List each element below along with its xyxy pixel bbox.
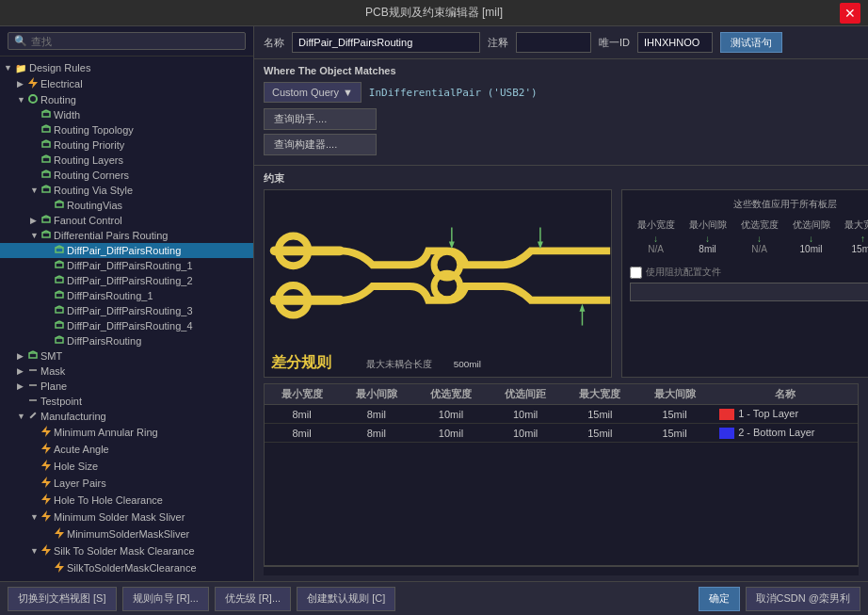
tree-item-acute-angle[interactable]: Acute Angle	[0, 441, 253, 458]
tree-item-min-annular[interactable]: Minimum Annular Ring	[0, 424, 253, 441]
param-columns: 最小宽度↓N/A最小间隙↓8mil优选宽度↓N/A优选间隙↓10mil最大宽度↑…	[630, 218, 868, 254]
cancel-button[interactable]: 取消CSDN @栾男利	[746, 587, 860, 611]
tree-item-routing-topology[interactable]: Routing Topology	[0, 122, 253, 138]
svg-rect-26	[42, 233, 50, 237]
search-input[interactable]	[31, 36, 239, 47]
tree-item-electrical[interactable]: ▶Electrical	[0, 75, 253, 92]
tree-node-icon	[28, 350, 38, 362]
tree-node-icon	[41, 426, 51, 439]
tree-item-routing-layers[interactable]: Routing Layers	[0, 153, 253, 168]
tree-item-diffpair-selected[interactable]: DiffPair_DiffPairsRouting	[0, 243, 253, 258]
layer-color-swatch	[719, 409, 734, 420]
right-panel: 名称 注释 唯一ID 测试语句 Where The Object Matches…	[254, 26, 868, 581]
svg-rect-41	[56, 308, 63, 313]
query-type-dropdown[interactable]: Custom Query ▼	[264, 82, 362, 103]
tree-arrow-icon: ▼	[30, 546, 40, 556]
tree-item-routing[interactable]: ▼Routing	[0, 92, 253, 107]
search-bar: 🔍	[0, 26, 253, 57]
impedance-dropdown[interactable]	[630, 283, 868, 301]
tree-item-label: DiffPair_DiffPairsRouting_3	[67, 305, 193, 316]
tree-item-diffpair4[interactable]: DiffPair_DiffPairsRouting_4	[0, 318, 253, 333]
table-row[interactable]: 8mil8mil10mil10mil15mil15mil2 - Bottom L…	[265, 424, 858, 443]
tree-item-min-solder-mask[interactable]: ▼Minimum Solder Mask Sliver	[0, 509, 253, 526]
param-value: 15mil	[837, 244, 868, 254]
tree-item-routing-priority[interactable]: Routing Priority	[0, 138, 253, 153]
impedance-label: 使用阻抗配置文件	[646, 266, 721, 279]
dropdown-arrow-icon: ▼	[343, 87, 353, 98]
test-button[interactable]: 测试语句	[720, 32, 782, 53]
tree-item-smt[interactable]: ▶SMT	[0, 348, 253, 364]
create-default-rules-button[interactable]: 创建默认规则 [C]	[297, 587, 395, 611]
tree-node-icon	[28, 396, 38, 407]
table-cell: 8mil	[339, 424, 413, 443]
horizontal-scrollbar[interactable]	[264, 566, 859, 575]
query-builder-button[interactable]: 查询构建器....	[264, 134, 377, 155]
svg-rect-20	[56, 202, 63, 207]
tree-item-label: Plane	[40, 380, 67, 392]
tree-node-icon	[28, 411, 38, 422]
tree-item-min-solder-mask-sub[interactable]: MinimumSolderMaskSliver	[0, 526, 253, 542]
layer-color-swatch	[719, 428, 734, 439]
svg-rect-47	[56, 338, 63, 343]
tree-node-icon	[28, 94, 38, 105]
comment-input[interactable]	[516, 32, 591, 53]
tree-item-layer-pairs[interactable]: Layer Pairs	[0, 475, 253, 492]
left-panel: 🔍 ▼📁Design Rules▶Electrical▼RoutingWidth…	[0, 26, 254, 581]
tree-arrow-icon: ▶	[17, 79, 26, 89]
tree-item-routing-vias[interactable]: RoutingVias	[0, 198, 253, 213]
param-col-title: 最大宽度	[837, 218, 868, 232]
name-input[interactable]	[292, 32, 480, 53]
tree-item-testpoint[interactable]: Testpoint	[0, 394, 253, 409]
tree-item-plane[interactable]: ▶Plane	[0, 379, 253, 394]
confirm-button[interactable]: 确定	[699, 587, 740, 611]
tree-item-diffpair3[interactable]: DiffPair_DiffPairsRouting_3	[0, 303, 253, 318]
tree-node-icon	[41, 185, 51, 196]
tree-item-label: Routing	[40, 94, 76, 105]
tree-item-label: SMT	[40, 350, 62, 362]
priority-button[interactable]: 优先级 [R]...	[215, 587, 291, 611]
tree-item-label: MinimumSolderMaskSliver	[67, 528, 189, 540]
query-helper-button[interactable]: 查询助手....	[264, 108, 377, 130]
tree-item-diffpairsrouting1[interactable]: DiffPairsRouting_1	[0, 288, 253, 303]
close-button[interactable]: ✕	[840, 3, 860, 24]
param-arrow-icon: ↑	[837, 234, 868, 244]
tree-arrow-icon: ▼	[17, 95, 26, 105]
tree-item-hole-size[interactable]: Hole Size	[0, 458, 253, 475]
param-col-title: 最小间隙	[682, 218, 733, 232]
tree-item-diffpairsrouting[interactable]: DiffPairsRouting	[0, 333, 253, 348]
table-row[interactable]: 8mil8mil10mil10mil15mil15mil1 - Top Laye…	[265, 405, 858, 424]
tree-item-diff-pairs-routing[interactable]: ▼Differential Pairs Routing	[0, 228, 253, 243]
svg-rect-66	[265, 190, 610, 377]
tree-item-label: Acute Angle	[54, 444, 109, 455]
rule-wizard-button[interactable]: 规则向导 [R]...	[122, 587, 209, 611]
tree-item-diffpair2[interactable]: DiffPair_DiffPairsRouting_2	[0, 273, 253, 288]
tree-item-design-rules[interactable]: ▼📁Design Rules	[0, 60, 253, 75]
svg-marker-65	[55, 561, 64, 573]
tree-item-silk-to-solder-sub[interactable]: SilkToSolderMaskClearance	[0, 559, 253, 576]
table-cell: 10mil	[489, 405, 563, 424]
tree-node-icon	[41, 494, 51, 507]
tree-item-routing-corners[interactable]: Routing Corners	[0, 168, 253, 183]
tree-item-label: DiffPair_DiffPairsRouting	[67, 245, 181, 256]
tree-item-silk-to-solder[interactable]: ▼Silk To Solder Mask Clearance	[0, 542, 253, 559]
tree-item-routing-via-style[interactable]: ▼Routing Via Style	[0, 183, 253, 198]
tree-item-diffpair1[interactable]: DiffPair_DiffPairsRouting_1	[0, 258, 253, 273]
tree-item-mask[interactable]: ▶Mask	[0, 364, 253, 379]
tree-node-icon	[55, 200, 64, 211]
tree-item-label: Width	[54, 109, 80, 121]
switch-doc-view-button[interactable]: 切换到文档视图 [S]	[8, 587, 117, 611]
svg-rect-54	[29, 384, 37, 386]
tree-node-icon	[41, 460, 51, 473]
table-header: 最大间隙	[637, 384, 712, 405]
table-header: 优选间距	[489, 384, 563, 405]
tree-item-width[interactable]: Width	[0, 107, 253, 122]
tree-item-manufacturing[interactable]: ▼Manufacturing	[0, 409, 253, 424]
svg-marker-61	[41, 494, 51, 505]
tree-item-label: Routing Corners	[54, 170, 129, 181]
id-input[interactable]	[637, 32, 713, 53]
tree-item-fanout-control[interactable]: ▶Fanout Control	[0, 213, 253, 228]
tree-item-hole-to-hole[interactable]: Hole To Hole Clearance	[0, 492, 253, 509]
table-cell: 15mil	[563, 424, 637, 443]
impedance-checkbox[interactable]	[630, 267, 642, 279]
tree-node-icon	[28, 380, 38, 392]
